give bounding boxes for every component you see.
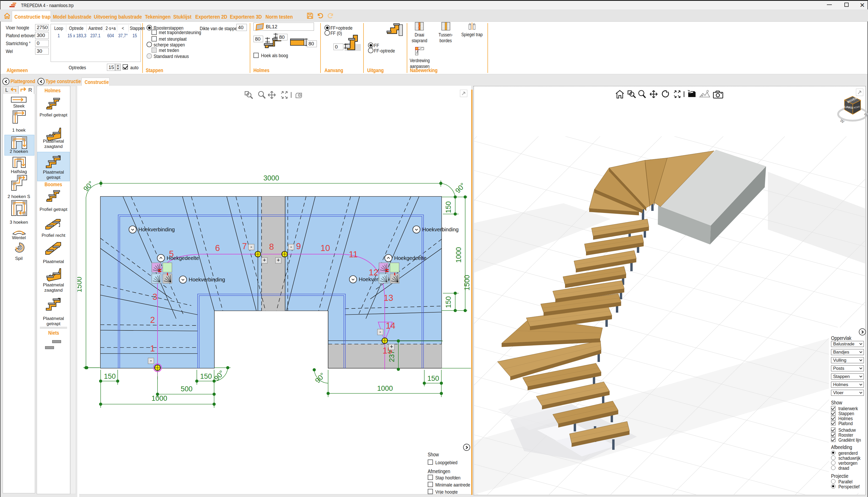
svg-text:-: -	[250, 243, 252, 250]
svg-text:1000: 1000	[455, 247, 462, 263]
svg-text:-: -	[290, 243, 292, 250]
svg-text:1000: 1000	[151, 395, 167, 402]
svg-text:150: 150	[444, 296, 452, 308]
svg-text:14: 14	[386, 321, 396, 330]
svg-text:150: 150	[427, 374, 439, 382]
svg-text:8: 8	[269, 242, 274, 252]
svg-text:Hoekverbinding: Hoekverbinding	[359, 276, 395, 282]
svg-text:90°: 90°	[454, 182, 467, 195]
svg-text:11: 11	[349, 250, 358, 259]
svg-text:12: 12	[369, 268, 379, 277]
svg-text:7: 7	[242, 241, 247, 251]
svg-text:Hoekgedeelte: Hoekgedeelte	[394, 255, 426, 261]
svg-text:1: 1	[150, 344, 155, 353]
svg-text:1500: 1500	[463, 275, 471, 290]
svg-text:150: 150	[104, 372, 116, 380]
svg-text:Hoekgedeelte: Hoekgedeelte	[167, 255, 199, 261]
svg-text:-: -	[379, 328, 381, 335]
svg-text:3000: 3000	[263, 174, 279, 182]
svg-text:-: -	[150, 357, 152, 364]
svg-text:1500: 1500	[77, 277, 83, 293]
svg-text:Hoekverbinding: Hoekverbinding	[189, 277, 225, 282]
svg-text:6: 6	[215, 243, 220, 253]
svg-text:+: +	[263, 257, 266, 263]
svg-text:Hoekverbinding: Hoekverbinding	[422, 227, 459, 232]
svg-text:+: +	[390, 343, 393, 350]
svg-text:90°: 90°	[82, 180, 95, 193]
svg-text:1000: 1000	[377, 384, 393, 392]
svg-text:3: 3	[152, 292, 157, 302]
svg-text:150: 150	[444, 201, 452, 213]
svg-text:150: 150	[200, 372, 212, 380]
svg-text:Hoekverbinding: Hoekverbinding	[138, 227, 175, 232]
svg-text:13: 13	[384, 293, 393, 303]
svg-text:500: 500	[180, 385, 192, 393]
svg-text:2: 2	[150, 315, 155, 325]
svg-text:9: 9	[296, 241, 301, 251]
svg-text:10: 10	[321, 243, 330, 253]
svg-text:+: +	[277, 257, 280, 263]
